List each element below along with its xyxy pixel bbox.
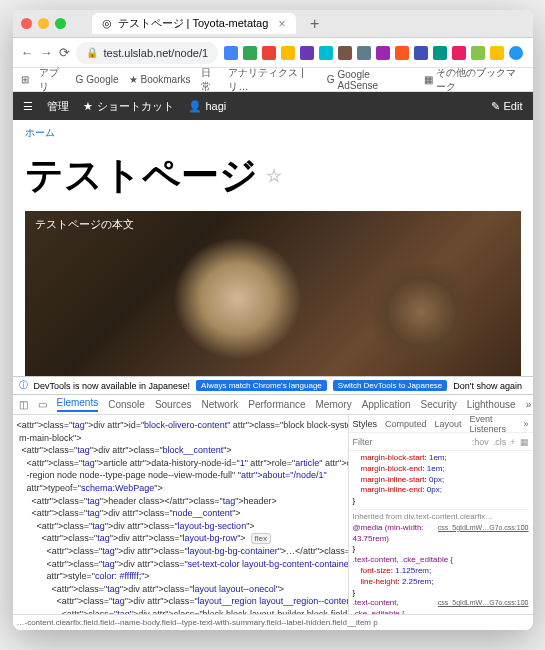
event-listeners-tab[interactable]: Event Listeners bbox=[470, 415, 516, 434]
ext-icon[interactable] bbox=[452, 46, 466, 60]
cls-toggle[interactable]: .cls bbox=[493, 437, 507, 447]
url-text: test.ulslab.net/node/1 bbox=[104, 47, 209, 59]
banner-match-button[interactable]: Always match Chrome's language bbox=[196, 380, 327, 391]
banner-switch-button[interactable]: Switch DevTools to Japanese bbox=[333, 380, 448, 391]
admin-manage[interactable]: 管理 bbox=[47, 99, 69, 114]
other-bookmarks[interactable]: ▦ その他のブックマーク bbox=[424, 66, 525, 94]
tab-console[interactable]: Console bbox=[108, 399, 145, 410]
star-icon[interactable]: ☆ bbox=[266, 165, 282, 187]
tab-lighthouse[interactable]: Lighthouse bbox=[467, 399, 516, 410]
tab-performance[interactable]: Performance bbox=[248, 399, 305, 410]
drupal-admin-toolbar: ☰ 管理 ★ ショートカット 👤 hagi ✎ Edit bbox=[13, 92, 533, 120]
banner-message: DevTools is now available in Japanese! bbox=[34, 381, 191, 391]
lock-icon: 🔒 bbox=[86, 47, 98, 58]
new-tab-button[interactable]: + bbox=[310, 15, 319, 33]
tab-sources[interactable]: Sources bbox=[155, 399, 192, 410]
tab-title: テストページ | Toyota-metatag bbox=[118, 16, 269, 31]
ext-icon[interactable] bbox=[414, 46, 428, 60]
menu-button[interactable]: ⋮ bbox=[529, 46, 532, 60]
tab-close-button[interactable]: × bbox=[278, 16, 286, 31]
ext-icon[interactable] bbox=[319, 46, 333, 60]
info-icon: ⓘ bbox=[19, 379, 28, 392]
devtools-tabs: ◫ ▭ Elements Console Sources Network Per… bbox=[13, 395, 533, 415]
admin-edit-button[interactable]: ✎ Edit bbox=[491, 100, 523, 113]
ext-icon[interactable] bbox=[471, 46, 485, 60]
admin-user[interactable]: 👤 hagi bbox=[188, 100, 227, 113]
tab-more[interactable]: » bbox=[526, 399, 532, 410]
more-styles-icon[interactable]: ▦ bbox=[520, 437, 529, 447]
hero-caption: テストページの本文 bbox=[35, 217, 134, 232]
bookmark-item[interactable]: G Google AdSense bbox=[327, 69, 404, 91]
ext-icon[interactable] bbox=[262, 46, 276, 60]
address-bar[interactable]: 🔒 test.ulslab.net/node/1 bbox=[76, 42, 219, 64]
browser-tab[interactable]: ◎ テストページ | Toyota-metatag × bbox=[92, 13, 296, 34]
bookmark-item[interactable]: G Google bbox=[75, 74, 118, 85]
bookmarks-bar: ⊞ アプリ G Google ★ Bookmarks 日常 アナリティクス | … bbox=[13, 68, 533, 92]
ext-icon[interactable] bbox=[243, 46, 257, 60]
ext-icon[interactable] bbox=[395, 46, 409, 60]
styles-filter-input[interactable] bbox=[353, 437, 468, 447]
back-button[interactable]: ← bbox=[21, 46, 34, 60]
styles-tab[interactable]: Styles bbox=[353, 419, 378, 429]
browser-toolbar: ← → ⟳ 🔒 test.ulslab.net/node/1 ⋮ bbox=[13, 38, 533, 68]
ext-icon[interactable] bbox=[224, 46, 238, 60]
reload-button[interactable]: ⟳ bbox=[59, 46, 70, 60]
tab-application[interactable]: Application bbox=[362, 399, 411, 410]
page-title: テストページ ☆ bbox=[13, 146, 533, 211]
layout-tab[interactable]: Layout bbox=[435, 419, 462, 429]
bookmark-item[interactable]: アプリ bbox=[39, 66, 66, 94]
devtools-panel: ◫ ▭ Elements Console Sources Network Per… bbox=[13, 394, 533, 630]
minimize-window-button[interactable] bbox=[38, 18, 49, 29]
inspect-icon[interactable]: ◫ bbox=[19, 399, 28, 410]
ext-icon[interactable] bbox=[376, 46, 390, 60]
ext-icon[interactable] bbox=[281, 46, 295, 60]
maximize-window-button[interactable] bbox=[55, 18, 66, 29]
apps-icon[interactable]: ⊞ bbox=[21, 74, 29, 85]
computed-tab[interactable]: Computed bbox=[385, 419, 427, 429]
tab-favicon: ◎ bbox=[102, 17, 112, 30]
admin-menu-toggle[interactable]: ☰ bbox=[23, 100, 33, 113]
styles-pane: Styles Computed Layout Event Listeners »… bbox=[348, 415, 533, 614]
add-rule-button[interactable]: + bbox=[510, 437, 515, 447]
tab-security[interactable]: Security bbox=[421, 399, 457, 410]
banner-dismiss[interactable]: Don't show again bbox=[453, 381, 522, 391]
ext-icon[interactable] bbox=[357, 46, 371, 60]
hero-image: テストページの本文 bbox=[25, 211, 521, 376]
devtools-language-banner: ⓘ DevTools is now available in Japanese!… bbox=[13, 376, 533, 394]
ext-icon[interactable] bbox=[490, 46, 504, 60]
more-styles-tabs[interactable]: » bbox=[523, 419, 528, 429]
styles-content[interactable]: margin-block-start: 1em;margin-block-end… bbox=[349, 451, 533, 614]
hov-toggle[interactable]: :hov bbox=[472, 437, 489, 447]
avatar[interactable] bbox=[509, 46, 523, 60]
forward-button[interactable]: → bbox=[40, 46, 53, 60]
elements-tree[interactable]: <attr">class="tag">div attr">id="block-o… bbox=[13, 415, 348, 614]
tab-network[interactable]: Network bbox=[202, 399, 239, 410]
elements-breadcrumbs[interactable]: …-content.clearfix.field.field--name-bod… bbox=[13, 614, 533, 630]
window-titlebar: ◎ テストページ | Toyota-metatag × + bbox=[13, 10, 533, 38]
tab-memory[interactable]: Memory bbox=[316, 399, 352, 410]
admin-shortcuts[interactable]: ★ ショートカット bbox=[83, 99, 174, 114]
close-window-button[interactable] bbox=[21, 18, 32, 29]
breadcrumb[interactable]: ホーム bbox=[13, 120, 533, 146]
page-content: ホーム テストページ ☆ テストページの本文 bbox=[13, 120, 533, 376]
bookmark-item[interactable]: アナリティクス | リ… bbox=[228, 66, 316, 94]
extension-icons bbox=[224, 46, 523, 60]
device-icon[interactable]: ▭ bbox=[38, 399, 47, 410]
ext-icon[interactable] bbox=[300, 46, 314, 60]
tab-elements[interactable]: Elements bbox=[57, 397, 99, 412]
bookmark-item[interactable]: ★ Bookmarks bbox=[129, 74, 191, 85]
bookmark-item[interactable]: 日常 bbox=[201, 66, 219, 94]
ext-icon[interactable] bbox=[433, 46, 447, 60]
ext-icon[interactable] bbox=[338, 46, 352, 60]
